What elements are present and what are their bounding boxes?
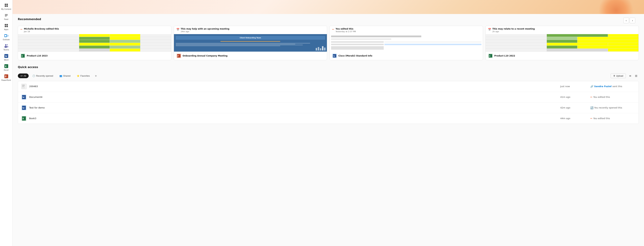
sidebar-label-my-content: My Content — [1, 8, 11, 10]
svg-text:X: X — [22, 117, 24, 120]
svg-rect-26 — [316, 48, 317, 50]
card-3-edit-icon: ✏ — [332, 28, 334, 31]
file-row-4[interactable]: X Book3 44m ago ✏ You edited this — [18, 113, 638, 124]
file-1-activity: 🔗 Sandra Fuziol sent this — [590, 85, 636, 88]
powerpoint-icon: P — [4, 74, 9, 79]
card-1-subtitle: Jan 18 — [24, 31, 59, 33]
view-list-button[interactable]: ≡ — [628, 73, 633, 79]
file-3-activity: 🔄 You recently opened this — [590, 106, 636, 109]
recommended-card-1[interactable]: ✏ Michelle Brockney edited this Jan 18 — [18, 26, 171, 60]
file-3-name: Test for demo — [29, 106, 558, 109]
filter-add-button[interactable]: + — [93, 74, 98, 78]
sidebar-item-apps[interactable]: Apps — [0, 22, 12, 32]
card-1-preview — [18, 34, 171, 52]
file-3-activity-text: You recently opened this — [594, 106, 622, 109]
svg-rect-5 — [5, 15, 8, 16]
view-toggle: ≡ ⊞ — [628, 73, 639, 79]
card-1-title: Michelle Brockney edited this — [24, 28, 59, 31]
svg-point-14 — [5, 44, 6, 46]
file-3-icon: W — [21, 105, 27, 111]
svg-rect-1 — [6, 4, 8, 5]
card-3-preview — [330, 34, 483, 52]
sidebar-item-teams[interactable]: Teams — [0, 42, 12, 52]
filter-tab-shared-label: Shared — [63, 75, 70, 77]
outlook-icon — [4, 33, 9, 38]
sidebar-item-excel[interactable]: X Excel — [0, 62, 12, 72]
favorites-tab-icon: ⭐ — [77, 75, 80, 77]
card-1-file-icon: X — [20, 53, 25, 58]
card-4-calendar-icon: 📅 — [488, 28, 491, 31]
recommended-nav: ‹ › — [623, 18, 635, 23]
file-4-name: Book3 — [29, 117, 558, 120]
filter-tab-favorites-label: Favorites — [80, 75, 90, 77]
svg-text:W: W — [22, 96, 25, 99]
svg-text:W: W — [5, 55, 7, 58]
recommended-prev-button[interactable]: ‹ — [623, 18, 629, 23]
file-2-activity-text: You edited this — [593, 96, 610, 98]
sidebar-item-word[interactable]: W Word — [0, 52, 12, 62]
file-4-time: 44m ago — [560, 117, 588, 120]
sidebar-item-my-content[interactable]: My Content — [0, 2, 12, 12]
upload-icon: ⬆ — [613, 75, 615, 77]
file-2-icon: W — [21, 94, 27, 100]
svg-rect-9 — [5, 26, 6, 27]
card-3-file-icon: W — [332, 53, 337, 58]
filter-tab-all[interactable]: 🏷 All — [18, 74, 29, 78]
feed-icon — [4, 13, 9, 18]
file-2-activity-icon: ✏ — [590, 96, 592, 99]
svg-rect-30 — [324, 48, 326, 50]
recommended-title: Recommended — [18, 18, 41, 21]
filter-tab-shared[interactable]: 👥 Shared — [57, 74, 73, 78]
svg-text:W: W — [22, 107, 25, 109]
sidebar-item-outlook[interactable]: Outlook — [0, 32, 12, 42]
svg-text:W: W — [333, 55, 335, 57]
svg-rect-10 — [6, 26, 8, 27]
filter-tab-favorites[interactable]: ⭐ Favorites — [74, 74, 92, 78]
file-row-1[interactable]: 200483 Just now 🔗 Sandra Fuziol sent thi… — [18, 81, 638, 92]
card-2-footer: P Onboarding Annual Company Meeting — [174, 52, 327, 60]
list-view-icon: ≡ — [629, 74, 631, 78]
main-content: Recommended ‹ › ✏ Michelle Brockney edit… — [12, 0, 644, 246]
card-2-file-icon: P — [176, 53, 181, 58]
sidebar-label-powerpoint: PowerPoint — [2, 79, 11, 81]
card-1-header: ✏ Michelle Brockney edited this Jan 18 — [18, 26, 171, 34]
recommended-card-3[interactable]: ✏ You edited this Yesterday at 2:37 PM — [330, 26, 483, 60]
card-3-footer: W Cisco (Meraki) Standard Info — [330, 52, 483, 60]
svg-rect-4 — [5, 14, 8, 15]
upload-button[interactable]: ⬆ Upload — [610, 74, 626, 78]
file-row-3[interactable]: W Test for demo 42m ago 🔄 You recently o… — [18, 103, 638, 113]
grid-view-icon: ⊞ — [635, 74, 637, 78]
svg-rect-3 — [6, 6, 8, 7]
svg-rect-8 — [6, 24, 8, 25]
file-row-2[interactable]: W Document4 41m ago ✏ You edited this — [18, 92, 638, 103]
svg-rect-13 — [7, 35, 8, 36]
card-4-file-icon: X — [488, 53, 493, 58]
card-4-footer: X Product L10 2022 — [486, 52, 639, 60]
svg-rect-0 — [5, 4, 6, 5]
all-tab-icon: 🏷 — [20, 75, 23, 77]
file-4-icon: X — [21, 115, 27, 122]
hero-decoration — [598, 0, 634, 14]
file-3-activity-icon: 🔄 — [590, 106, 593, 109]
file-2-time: 41m ago — [560, 96, 588, 98]
svg-point-17 — [7, 46, 8, 47]
sidebar-item-powerpoint[interactable]: P PowerPoint — [0, 72, 12, 83]
filter-tab-recently-opened[interactable]: 🕐 Recently opened — [30, 74, 56, 78]
content-area: Recommended ‹ › ✏ Michelle Brockney edit… — [12, 14, 644, 127]
file-1-activity-user: Sandra Fuziol — [594, 85, 612, 88]
svg-rect-7 — [5, 24, 6, 25]
svg-rect-2 — [5, 6, 6, 7]
recommended-card-4[interactable]: 📅 This may relate to a recent meeting 2h… — [486, 26, 639, 60]
svg-text:P: P — [5, 75, 6, 78]
sidebar-item-feed[interactable]: Feed — [0, 12, 12, 22]
card-2-header: 📅 This may help with an upcoming meeting… — [174, 26, 327, 34]
file-1-activity-text: sent this — [612, 85, 622, 88]
recommended-next-button[interactable]: › — [630, 18, 635, 23]
svg-rect-27 — [318, 47, 319, 50]
card-2-subtitle: 24m ago — [181, 31, 230, 33]
sidebar-label-teams: Teams — [4, 49, 9, 51]
file-1-time: Just now — [560, 85, 588, 88]
card-4-file-name: Product L10 2022 — [494, 55, 515, 57]
view-grid-button[interactable]: ⊞ — [634, 73, 639, 79]
recommended-card-2[interactable]: 📅 This may help with an upcoming meeting… — [174, 26, 327, 60]
